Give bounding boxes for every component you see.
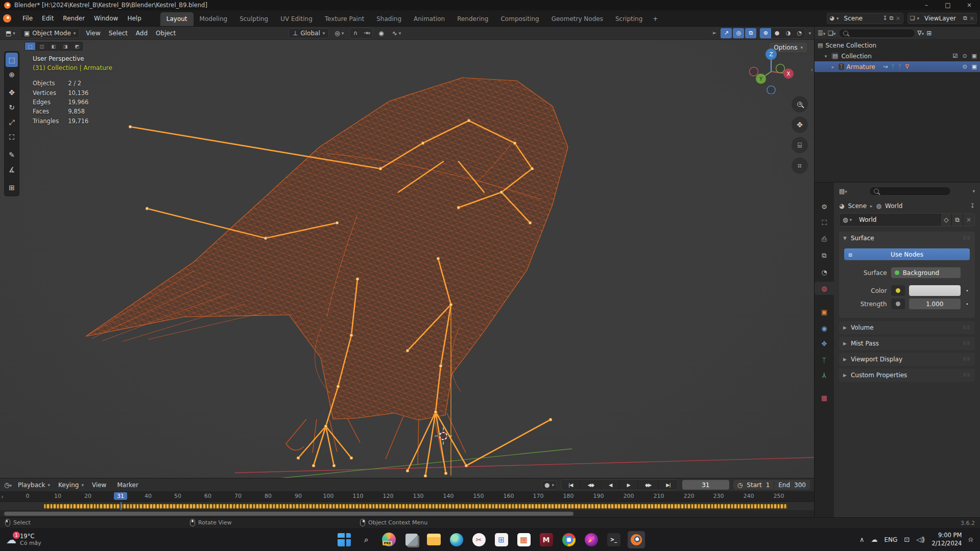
viewport-menu-item[interactable]: View [82,28,104,38]
minimize-button[interactable]: – [916,0,937,10]
cursor-tool[interactable]: ⊕ [6,67,18,82]
render-tab[interactable]: ⛶ [815,216,834,229]
delete-scene-icon[interactable]: × [896,15,901,22]
layout-app[interactable]: ▦ [517,533,531,546]
surface-panel-header[interactable]: ▼ Surface ⠿⠿ [839,232,975,244]
collapsed-panel-header[interactable]: ▶ Volume ⠿⠿ [839,321,975,334]
select-box-tool[interactable]: ⬚ [6,53,18,67]
viewlayer-name[interactable]: ViewLayer [921,15,961,22]
copy-viewlayer-icon[interactable]: ⧉ [963,15,967,21]
shading-dropdown-icon[interactable]: ▾ [808,31,811,36]
navigation-gizmo[interactable]: Z X Y [748,47,795,96]
select-invert-button[interactable]: ◨ [60,42,71,51]
jump-to-end-button[interactable]: ▶| [659,480,678,490]
timeline-menu-item[interactable]: View [88,480,113,490]
filter-button[interactable]: ∇▾ [918,30,924,37]
workspace-tab[interactable]: Layout [160,12,194,26]
workspace-tab[interactable]: Geometry Nodes [545,12,609,26]
pan-hand-button[interactable]: ✥ [792,117,808,133]
texture-tab[interactable]: ▦ [815,391,834,404]
strength-slider[interactable]: 1.000 [909,299,961,309]
mode-selector[interactable]: ▣ Object Mode ▾ [20,28,80,38]
collapsed-panel-header[interactable]: ▶ Custom Properties ⠿⠿ [839,369,975,382]
workspace-tab[interactable]: Shading [370,12,408,26]
workspace-tab[interactable]: Rendering [451,12,494,26]
data-tab[interactable]: ᛉ [815,353,834,366]
camera-view-button[interactable]: ⌸ [792,137,808,153]
pin-icon[interactable]: ↧ [883,15,888,21]
properties-search-field[interactable] [869,187,951,196]
workspace-tab[interactable]: Texture Paint [319,12,370,26]
record-icon[interactable]: ● [544,481,549,489]
workspace-tab[interactable]: Compositing [494,12,545,26]
outliner-search-field[interactable] [839,29,915,38]
timeline-menu-item[interactable]: Playback▾ [14,480,54,490]
overlays-icon[interactable]: ◎ [733,28,744,38]
pin-icon[interactable]: ↧ [970,202,975,210]
view-layer-tab[interactable]: ⧉ [815,249,834,262]
network-icon[interactable]: ⊡ [904,536,910,543]
workspace-tab[interactable]: + [649,12,662,26]
play-button[interactable]: ▶ [619,480,637,490]
viewport-menu-item[interactable]: Object [152,28,180,38]
solid-shading-icon[interactable]: ● [771,28,782,38]
scene-selector[interactable]: ◕▾ Scene ↧ ⧉ × [827,13,903,24]
fake-user-shield-icon[interactable]: ◇ [940,214,951,226]
world-name-field[interactable]: World [855,216,940,223]
camera-visibility-icon[interactable]: ▣ [972,53,977,59]
hidden-icons-chevron[interactable]: ∧ [859,536,865,543]
animate-dot-icon[interactable]: • [965,302,970,307]
timeline-menu-item[interactable]: Marker [113,480,145,490]
pivot-point-button[interactable]: ◎▾ [332,29,346,38]
menu-item[interactable]: Render [58,13,89,24]
show-object-types-icon[interactable]: ➢ [708,28,720,38]
transform-tool[interactable]: ⛶ [6,130,18,144]
menu-item[interactable]: Edit [37,13,58,24]
viewport-menu-item[interactable]: Select [105,28,132,38]
unlink-icon[interactable]: × [963,214,974,226]
measure-tool[interactable]: ∡ [6,163,18,177]
scale-tool[interactable]: ⤢ [6,115,18,129]
edge-browser[interactable] [450,533,463,546]
drag-grip-icon[interactable]: ⠿⠿ [963,325,971,330]
zoom-button[interactable]: + [792,96,808,112]
jump-to-start-button[interactable]: |◀ [561,480,581,490]
language-indicator[interactable]: ENG [884,536,897,543]
menu-item[interactable]: Help [123,13,146,24]
tool-tab[interactable]: ⚙ [815,200,834,213]
properties-editor-type-button[interactable]: ▤▾ [839,188,847,195]
strength-input-button[interactable] [891,299,905,309]
select-intersect-button[interactable]: ◩ [71,42,83,51]
outliner-row-collection[interactable]: ▾ ▤ Collection ☑ ⊙ ▣ [815,51,980,61]
sidebar-collapse-icon[interactable]: ‹ [811,66,813,73]
drag-grip-icon[interactable]: ⠿⠿ [963,357,971,362]
select-extend-button[interactable]: ◫ [36,42,47,51]
surface-shader-button[interactable]: Background [891,267,961,278]
task-view[interactable] [405,534,418,546]
use-nodes-button[interactable]: ⧈ Use Nodes [844,248,970,260]
speaker-icon[interactable]: ◁⟫ [916,536,925,543]
collapsed-panel-header[interactable]: ▶ Viewport Display ⠿⠿ [839,353,975,366]
orientation-selector[interactable]: ⊥ Global ▾ [289,28,329,38]
workspace-tab[interactable]: Modeling [194,12,234,26]
current-frame-field[interactable]: 31 [682,480,729,490]
proportional-editing-icon[interactable]: ◉ [376,29,386,38]
armature-data-icon[interactable]: ∇ [905,63,909,70]
pose-mode-icon[interactable]: ᛉ [898,63,902,70]
timeline-expand-icon[interactable]: › [1,493,4,500]
snipping-tool[interactable]: ✂ [472,533,486,546]
annotate-tool[interactable]: ✎ [6,148,18,162]
stopwatch-icon[interactable]: ◷ [737,481,743,489]
search-button[interactable]: ⌕ [358,531,375,548]
breadcrumb-world[interactable]: World [885,202,902,210]
copilot[interactable]: PRE [382,533,396,546]
editor-type-button[interactable]: ⬒▾ [3,29,18,38]
delete-viewlayer-icon[interactable]: × [969,15,974,22]
proportional-falloff-button[interactable]: ∿▾ [390,29,404,38]
start-button[interactable] [338,533,351,546]
material-shading-icon[interactable]: ◑ [782,28,794,38]
current-frame-line[interactable] [121,502,122,510]
drag-grip-icon[interactable]: ⠿⠿ [963,341,971,346]
expand-icon[interactable]: ▸ [830,64,836,70]
timeline-editor-type-button[interactable]: ◷▾ [4,481,12,489]
